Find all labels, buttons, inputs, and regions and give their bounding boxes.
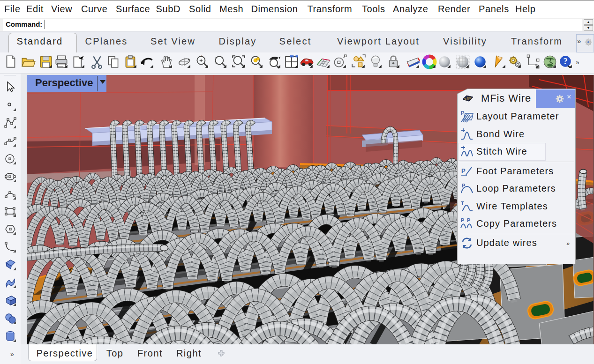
svg-text:P: P: [461, 218, 464, 223]
svg-text:P: P: [467, 218, 470, 223]
svg-text:T: T: [461, 201, 464, 206]
svg-text:±: ±: [200, 54, 202, 58]
svg-text:P: P: [461, 167, 466, 174]
svg-text:?: ?: [563, 57, 567, 66]
svg-text:P: P: [461, 111, 464, 116]
